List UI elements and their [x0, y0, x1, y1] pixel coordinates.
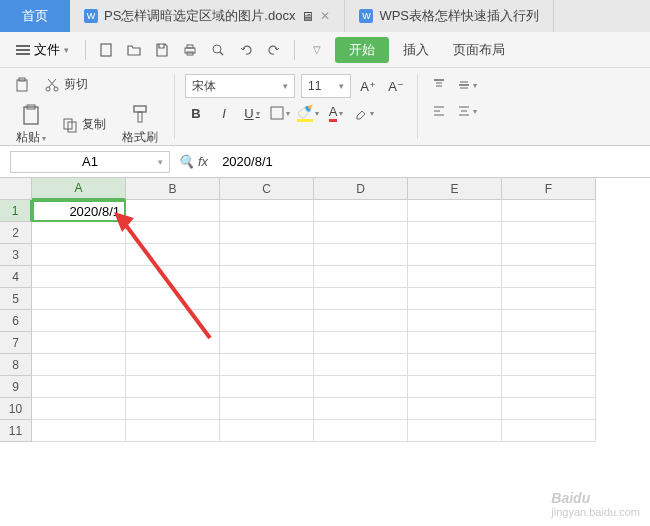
cell[interactable] — [126, 222, 220, 244]
align-middle-button[interactable] — [456, 74, 478, 96]
col-header-b[interactable]: B — [126, 178, 220, 200]
cell[interactable] — [32, 222, 126, 244]
cell[interactable] — [220, 266, 314, 288]
cell[interactable] — [126, 288, 220, 310]
cell[interactable] — [314, 354, 408, 376]
name-box[interactable]: A1 — [10, 151, 170, 173]
row-header-6[interactable]: 6 — [0, 310, 32, 332]
cell[interactable] — [502, 266, 596, 288]
col-header-c[interactable]: C — [220, 178, 314, 200]
row-header-8[interactable]: 8 — [0, 354, 32, 376]
row-header-4[interactable]: 4 — [0, 266, 32, 288]
cell[interactable] — [220, 310, 314, 332]
formula-input[interactable] — [216, 151, 640, 173]
new-file-button[interactable] — [94, 38, 118, 62]
align-top-button[interactable] — [428, 74, 450, 96]
cell[interactable] — [408, 354, 502, 376]
bold-button[interactable]: B — [185, 102, 207, 124]
cell[interactable] — [314, 266, 408, 288]
tab-document-1[interactable]: W PS怎样调暗选定区域的图片.docx 🖥 ✕ — [70, 0, 345, 32]
cell[interactable] — [502, 222, 596, 244]
cell[interactable] — [408, 398, 502, 420]
cell[interactable] — [408, 222, 502, 244]
cell[interactable] — [314, 398, 408, 420]
cell[interactable] — [126, 266, 220, 288]
cell[interactable] — [32, 244, 126, 266]
row-header-7[interactable]: 7 — [0, 332, 32, 354]
col-header-d[interactable]: D — [314, 178, 408, 200]
cell[interactable] — [314, 310, 408, 332]
italic-button[interactable]: I — [213, 102, 235, 124]
row-header-1[interactable]: 1 — [0, 200, 32, 222]
row-header-3[interactable]: 3 — [0, 244, 32, 266]
increase-font-button[interactable]: A⁺ — [357, 75, 379, 97]
undo-button[interactable] — [234, 38, 258, 62]
font-size-select[interactable]: 11▾ — [301, 74, 351, 98]
row-header-5[interactable]: 5 — [0, 288, 32, 310]
cell[interactable] — [502, 288, 596, 310]
customize-toolbar[interactable]: ▽ — [303, 40, 331, 59]
cell[interactable] — [32, 398, 126, 420]
cell[interactable] — [126, 332, 220, 354]
cell[interactable] — [502, 310, 596, 332]
row-header-9[interactable]: 9 — [0, 376, 32, 398]
paste-clipboard-icon[interactable] — [10, 75, 34, 95]
print-preview-button[interactable] — [206, 38, 230, 62]
cell[interactable] — [502, 376, 596, 398]
cell[interactable] — [126, 354, 220, 376]
cell[interactable] — [220, 288, 314, 310]
open-file-button[interactable] — [122, 38, 146, 62]
align-center-button[interactable] — [456, 100, 478, 122]
cell[interactable] — [32, 354, 126, 376]
tab-page-layout[interactable]: 页面布局 — [443, 37, 515, 63]
cell[interactable] — [126, 244, 220, 266]
cell[interactable] — [408, 332, 502, 354]
cell[interactable] — [220, 222, 314, 244]
underline-button[interactable]: U — [241, 102, 263, 124]
cell[interactable] — [408, 310, 502, 332]
cell[interactable] — [502, 354, 596, 376]
save-button[interactable] — [150, 38, 174, 62]
decrease-font-button[interactable]: A⁻ — [385, 75, 407, 97]
cell-a1[interactable]: 2020/8/1 — [32, 200, 126, 222]
align-left-button[interactable] — [428, 100, 450, 122]
cell[interactable] — [408, 266, 502, 288]
insert-function-button[interactable]: 🔍 fx — [178, 154, 208, 169]
cell[interactable] — [314, 420, 408, 442]
cell[interactable] — [220, 200, 314, 222]
font-color-button[interactable]: A — [325, 102, 347, 124]
clear-format-button[interactable] — [353, 102, 375, 124]
row-header-2[interactable]: 2 — [0, 222, 32, 244]
cell[interactable] — [314, 222, 408, 244]
cell[interactable] — [314, 376, 408, 398]
cell[interactable] — [32, 266, 126, 288]
print-button[interactable] — [178, 38, 202, 62]
cell[interactable] — [126, 420, 220, 442]
cell[interactable] — [32, 332, 126, 354]
cell[interactable] — [220, 376, 314, 398]
font-name-select[interactable]: 宋体▾ — [185, 74, 295, 98]
col-header-f[interactable]: F — [502, 178, 596, 200]
file-menu[interactable]: 文件 ▾ — [8, 37, 77, 63]
cell[interactable] — [408, 420, 502, 442]
cell[interactable] — [32, 420, 126, 442]
col-header-e[interactable]: E — [408, 178, 502, 200]
paste-button[interactable]: 粘贴 — [10, 99, 52, 150]
tab-home[interactable]: 首页 — [0, 0, 70, 32]
cell[interactable] — [502, 332, 596, 354]
cell[interactable] — [126, 310, 220, 332]
redo-button[interactable] — [262, 38, 286, 62]
tab-insert[interactable]: 插入 — [393, 37, 439, 63]
cell[interactable] — [408, 288, 502, 310]
select-all-corner[interactable] — [0, 178, 32, 200]
cell[interactable] — [408, 244, 502, 266]
cell[interactable] — [220, 354, 314, 376]
row-header-11[interactable]: 11 — [0, 420, 32, 442]
cell[interactable] — [220, 398, 314, 420]
cell[interactable] — [126, 376, 220, 398]
row-header-10[interactable]: 10 — [0, 398, 32, 420]
cell[interactable] — [32, 310, 126, 332]
cell[interactable] — [220, 332, 314, 354]
tab-document-2[interactable]: W WPS表格怎样快速插入行列 — [345, 0, 554, 32]
cell[interactable] — [32, 288, 126, 310]
